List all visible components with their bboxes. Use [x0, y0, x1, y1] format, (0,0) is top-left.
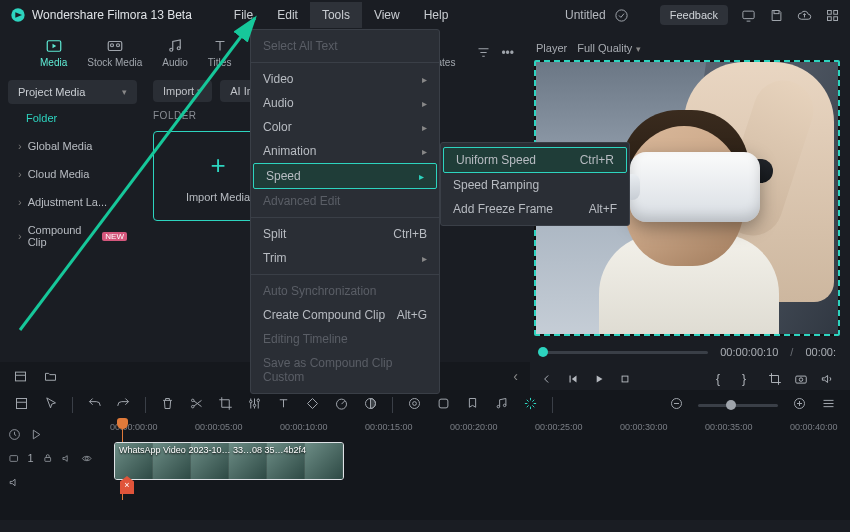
player-quality-dropdown[interactable]: Full Quality▾ — [577, 42, 641, 54]
cloud-upload-icon[interactable] — [796, 7, 812, 23]
menu-add-freeze-frame[interactable]: Add Freeze FrameAlt+F — [441, 197, 629, 221]
tab-media[interactable]: Media — [30, 35, 77, 70]
display-icon[interactable] — [740, 7, 756, 23]
menu-edit[interactable]: Edit — [265, 2, 310, 28]
chevron-right-icon: ▸ — [422, 253, 427, 264]
ruler-tick: 00:00:25:00 — [535, 422, 583, 432]
collapse-icon[interactable]: ‹ — [513, 368, 518, 384]
player-progress: 00:00:00:10 / 00:00: — [534, 336, 840, 368]
undo-icon[interactable] — [87, 396, 102, 414]
viewport-top-handle-icon[interactable] — [679, 60, 695, 61]
mark-out-icon[interactable]: } — [742, 372, 756, 386]
menu-animation[interactable]: Animation▸ — [251, 139, 439, 163]
menu-audio-sub[interactable]: Audio▸ — [251, 91, 439, 115]
split-icon[interactable] — [189, 396, 204, 414]
tab-audio[interactable]: Audio — [152, 35, 198, 70]
timeline-ruler[interactable]: 00:00:00:00 00:00:05:00 00:00:10:00 00:0… — [100, 420, 850, 438]
ruler-tick: 00:00:15:00 — [365, 422, 413, 432]
timeline-tracks[interactable]: 00:00:00:00 00:00:05:00 00:00:10:00 00:0… — [100, 420, 850, 496]
player-duration: 00:00: — [805, 346, 836, 358]
sidebar-item-global-media[interactable]: Global Media — [8, 132, 137, 160]
ruler-tick: 00:00:35:00 — [705, 422, 753, 432]
save-icon[interactable] — [768, 7, 784, 23]
svg-rect-7 — [833, 16, 837, 20]
menu-advanced-edit: Advanced Edit — [251, 189, 439, 213]
ruler-tick: 00:00:30:00 — [620, 422, 668, 432]
marker-tool-icon[interactable] — [465, 396, 480, 414]
menu-split[interactable]: SplitCtrl+B — [251, 222, 439, 246]
track-header-audio[interactable] — [8, 472, 92, 492]
media-sidebar: Project Media ▾ Folder Global Media Clou… — [0, 74, 145, 362]
shortcut: Alt+G — [397, 308, 427, 322]
mask-icon[interactable] — [436, 396, 451, 414]
sidebar-item-adjustment-layer[interactable]: Adjustment La... — [8, 188, 137, 216]
menu-trim[interactable]: Trim▸ — [251, 246, 439, 270]
panel-layout-icon[interactable] — [12, 368, 28, 384]
mark-in-icon[interactable]: { — [716, 372, 730, 386]
pointer-tool-icon[interactable] — [43, 396, 58, 414]
folder-open-icon[interactable] — [42, 368, 58, 384]
effect-icon[interactable] — [407, 396, 422, 414]
feedback-button[interactable]: Feedback — [660, 5, 728, 25]
svg-rect-31 — [439, 399, 448, 408]
filter-icon[interactable] — [475, 45, 491, 61]
track-header-video[interactable]: 1 — [8, 448, 92, 468]
sidebar-item-compound-clip[interactable]: Compound Clip NEW — [8, 216, 137, 256]
new-badge: NEW — [102, 232, 127, 241]
tab-stock-media[interactable]: Stock Media — [77, 35, 152, 70]
prev-frame-icon[interactable] — [540, 372, 554, 386]
menu-speed[interactable]: Speed▸ — [253, 163, 437, 189]
volume-icon[interactable] — [820, 372, 834, 386]
zoom-slider[interactable] — [698, 404, 778, 407]
crop-icon[interactable] — [768, 372, 782, 386]
timeline-clip[interactable]: WhatsApp Video 2023-10… 33…08 35…4b2f4 — [114, 442, 344, 480]
menu-video[interactable]: Video▸ — [251, 67, 439, 91]
titles-icon — [210, 37, 230, 55]
progress-knob-icon[interactable] — [538, 347, 548, 357]
crop-tool-icon[interactable] — [218, 396, 233, 414]
svg-point-32 — [497, 405, 500, 408]
import-dropdown[interactable]: Import ▾ — [153, 80, 212, 102]
menu-speed-ramping[interactable]: Speed Ramping — [441, 173, 629, 197]
progress-track[interactable] — [538, 351, 708, 354]
zoom-in-icon[interactable] — [792, 396, 807, 414]
svg-point-10 — [110, 44, 113, 47]
color-tool-icon[interactable] — [363, 396, 378, 414]
zoom-knob-icon[interactable] — [726, 400, 736, 410]
redo-icon[interactable] — [116, 396, 131, 414]
svg-point-13 — [177, 47, 180, 50]
timeline-home-icon[interactable] — [14, 396, 29, 414]
adjust-icon[interactable] — [247, 396, 262, 414]
menu-uniform-speed[interactable]: Uniform SpeedCtrl+R — [443, 147, 627, 173]
delete-icon[interactable] — [160, 396, 175, 414]
project-media-button[interactable]: Project Media ▾ — [8, 80, 137, 104]
text-tool-icon[interactable] — [276, 396, 291, 414]
timeline-options-icon[interactable] — [821, 396, 836, 414]
zoom-out-icon[interactable] — [669, 396, 684, 414]
sidebar-folder[interactable]: Folder — [8, 104, 137, 132]
step-back-icon[interactable] — [566, 372, 580, 386]
menu-view[interactable]: View — [362, 2, 412, 28]
apps-grid-icon[interactable] — [824, 7, 840, 23]
audio-tool-icon[interactable] — [494, 396, 509, 414]
menu-create-compound[interactable]: Create Compound ClipAlt+G — [251, 303, 439, 327]
sidebar-item-cloud-media[interactable]: Cloud Media — [8, 160, 137, 188]
keyframe-icon[interactable] — [305, 396, 320, 414]
menu-color[interactable]: Color▸ — [251, 115, 439, 139]
more-icon[interactable]: ••• — [501, 46, 514, 60]
ai-tool-icon[interactable] — [523, 396, 538, 414]
menu-help[interactable]: Help — [412, 2, 461, 28]
chevron-down-icon: ▾ — [122, 87, 127, 97]
svg-point-24 — [250, 400, 253, 403]
menu-select-all-text: Select All Text — [251, 34, 439, 58]
stop-icon[interactable] — [618, 372, 632, 386]
tab-titles[interactable]: Titles — [198, 35, 242, 70]
play-icon[interactable] — [592, 372, 606, 386]
track-header-timecode[interactable] — [8, 424, 92, 444]
speed-tool-icon[interactable] — [334, 396, 349, 414]
menu-file[interactable]: File — [222, 2, 265, 28]
menu-tools[interactable]: Tools — [310, 2, 362, 28]
shortcut: Ctrl+R — [580, 153, 614, 167]
snapshot-icon[interactable] — [794, 372, 808, 386]
svg-rect-19 — [796, 376, 807, 383]
